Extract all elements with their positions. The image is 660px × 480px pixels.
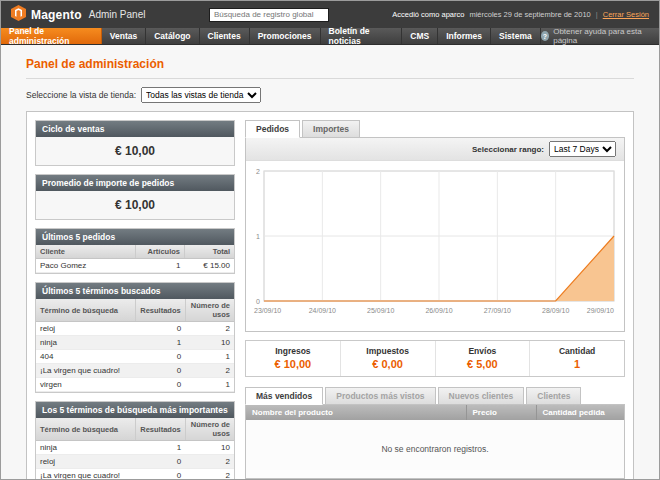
table-cell: ¡La virgen que cuadro! xyxy=(36,364,136,378)
logged-in-as: Accedió como aparco xyxy=(392,10,464,19)
column-header: Total xyxy=(185,245,235,259)
nav-item-promociones[interactable]: Promociones xyxy=(250,28,321,44)
tab-importes[interactable]: Importes xyxy=(302,120,360,138)
nav-item-clientes[interactable]: Clientes xyxy=(200,28,250,44)
column-header: Resultados xyxy=(136,299,185,322)
table-cell: reloj xyxy=(36,455,136,469)
table-header-row: Cliente Artículos Total xyxy=(36,245,234,259)
empty-row: No se encontraron registros. xyxy=(246,420,624,478)
table-cell: 1 xyxy=(136,336,185,350)
table-cell: 0 xyxy=(136,378,185,392)
svg-text:2: 2 xyxy=(256,168,260,175)
logo-subtitle: Admin Panel xyxy=(89,9,146,20)
stat-value: € 10,00 xyxy=(246,358,340,370)
stat-label: Impuestos xyxy=(341,346,435,356)
chart-panel: Seleccionar rango: Last 7 Days 01223/09/… xyxy=(245,138,625,332)
chart-wrap: 01223/09/1024/09/1025/09/1026/09/1027/09… xyxy=(246,161,624,331)
lifetime-sales-value: € 10,00 xyxy=(36,137,234,165)
top-search-box: Los 5 términos de búsqueda más important… xyxy=(35,401,235,480)
tab-mas-vendidos[interactable]: Más vendidos xyxy=(245,387,323,405)
table-cell: 2 xyxy=(185,364,234,378)
stat-envios: Envíos € 5,00 xyxy=(435,341,530,376)
column-header: Término de búsqueda xyxy=(36,418,136,441)
table-cell: 2 xyxy=(185,469,234,480)
table-cell: 0 xyxy=(136,469,185,480)
tab-pedidos[interactable]: Pedidos xyxy=(245,120,300,138)
table-cell: € 15.00 xyxy=(185,259,235,273)
last-search-box: Últimos 5 términos buscados Término de b… xyxy=(35,282,235,393)
store-view-select[interactable]: Todas las vistas de tienda xyxy=(141,87,261,103)
column-header: Precio xyxy=(466,405,536,420)
stat-ingresos: Ingresos € 10,00 xyxy=(246,341,340,376)
grid-tabs: Más vendidos Productos más vistos Nuevos… xyxy=(245,387,625,405)
nav-item-dashboard[interactable]: Panel de administración xyxy=(1,28,102,44)
table-row: ¡La virgen que cuadro!02 xyxy=(36,364,234,378)
current-date: miércoles 29 de septiembre de 2010 xyxy=(469,10,590,19)
table-cell: 0 xyxy=(136,364,185,378)
average-orders-title: Promedio de importe de pedidos xyxy=(36,175,234,191)
nav-item-informes[interactable]: Informes xyxy=(438,28,491,44)
stat-value: 1 xyxy=(530,358,624,370)
nav-item-ventas[interactable]: Ventas xyxy=(102,28,146,44)
table-cell: 1 xyxy=(185,350,234,364)
range-select[interactable]: Last 7 Days xyxy=(549,141,616,157)
column-header: Cliente xyxy=(36,245,135,259)
stat-cantidad: Cantidad 1 xyxy=(529,341,624,376)
table-cell: 10 xyxy=(185,441,234,455)
table-row: ninja110 xyxy=(36,336,234,350)
table-cell: 1 xyxy=(185,378,234,392)
tab-clientes[interactable]: Clientes xyxy=(526,387,581,405)
table-cell: 0 xyxy=(136,350,185,364)
table-cell: virgen xyxy=(36,378,136,392)
column-header: Artículos xyxy=(135,245,185,259)
table-row: reloj02 xyxy=(36,455,234,469)
table-cell: 0 xyxy=(136,455,185,469)
global-search-input[interactable] xyxy=(209,8,329,22)
table-row: Paco Gomez1€ 15.00 xyxy=(36,259,234,273)
nav-item-cms[interactable]: CMS xyxy=(402,28,438,44)
last-search-title: Últimos 5 términos buscados xyxy=(36,283,234,299)
title-divider xyxy=(26,78,634,79)
table-cell: 1 xyxy=(136,441,185,455)
stat-value: € 0,00 xyxy=(341,358,435,370)
table-cell: 0 xyxy=(136,322,185,336)
page-content: Panel de administración Seleccione la vi… xyxy=(1,45,659,480)
nav-item-catalogo[interactable]: Catálogo xyxy=(146,28,199,44)
svg-text:29/09/10: 29/09/10 xyxy=(587,307,614,314)
table-cell: Paco Gomez xyxy=(36,259,135,273)
global-search-wrap xyxy=(145,8,392,22)
dashboard-panel: Ciclo de ventas € 10,00 Promedio de impo… xyxy=(26,111,634,480)
nav-item-sistema[interactable]: Sistema xyxy=(491,28,541,44)
logout-link[interactable]: Cerrar Sesión xyxy=(603,10,649,19)
help-link-label[interactable]: Obtener ayuda para esta página xyxy=(553,27,651,45)
tab-nuevos-clientes[interactable]: Nuevos clientes xyxy=(438,387,525,405)
table-cell: ninja xyxy=(36,441,136,455)
svg-text:27/09/10: 27/09/10 xyxy=(484,307,511,314)
nav-item-boletin[interactable]: Boletín de noticias xyxy=(321,28,403,44)
last-orders-table: Cliente Artículos Total Paco Gomez1€ 15.… xyxy=(36,245,234,273)
last-search-table: Término de búsqueda Resultados Número de… xyxy=(36,299,234,392)
main-nav: Panel de administración Ventas Catálogo … xyxy=(1,28,659,45)
svg-text:24/09/10: 24/09/10 xyxy=(309,307,336,314)
table-row: ninja110 xyxy=(36,441,234,455)
column-header: Término de búsqueda xyxy=(36,299,136,322)
svg-text:25/09/10: 25/09/10 xyxy=(367,307,394,314)
help-link[interactable]: ? Obtener ayuda para esta página xyxy=(541,28,659,44)
table-header-row: Término de búsqueda Resultados Número de… xyxy=(36,299,234,322)
column-header: Resultados xyxy=(136,418,185,441)
svg-text:23/09/10: 23/09/10 xyxy=(254,307,281,314)
chart-toolbar: Seleccionar rango: Last 7 Days xyxy=(246,138,624,161)
stat-label: Cantidad xyxy=(530,346,624,356)
tab-productos-mas-vistos[interactable]: Productos más vistos xyxy=(325,387,435,405)
table-cell: 1 xyxy=(135,259,185,273)
empty-message: No se encontraron registros. xyxy=(246,420,624,478)
svg-text:0: 0 xyxy=(256,298,260,305)
user-info: Accedió como aparco miércoles 29 de sept… xyxy=(392,10,649,19)
store-view-switcher: Seleccione la vista de tienda: Todas las… xyxy=(26,87,634,103)
logo-text: Magento xyxy=(31,8,82,22)
table-cell: 2 xyxy=(185,322,234,336)
help-icon: ? xyxy=(541,31,550,41)
table-header-row: Término de búsqueda Resultados Número de… xyxy=(36,418,234,441)
magento-admin-page: Magento Admin Panel Accedió como aparco … xyxy=(0,0,660,480)
dashboard-left-column: Ciclo de ventas € 10,00 Promedio de impo… xyxy=(35,120,235,480)
